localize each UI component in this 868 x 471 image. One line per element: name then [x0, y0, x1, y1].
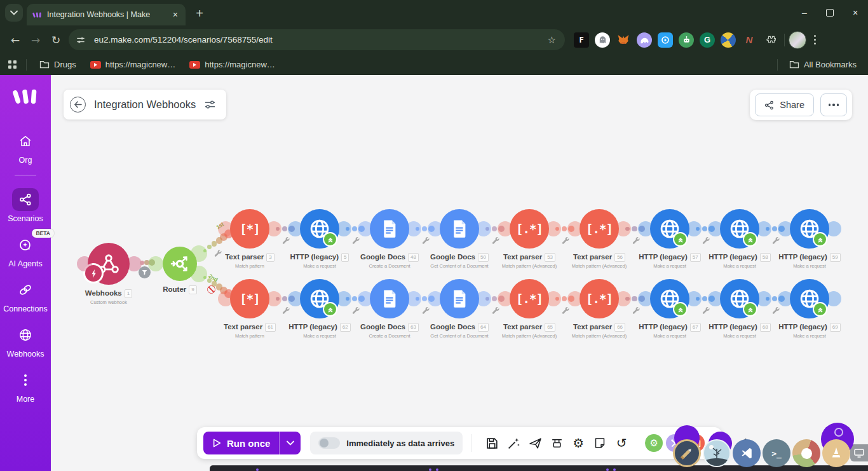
- forward-button[interactable]: →: [25, 30, 46, 50]
- textparser-module-circle[interactable]: [*]: [230, 279, 269, 318]
- module-google-docs-50[interactable]: Google Docs50Get Content of a Document: [424, 209, 494, 269]
- module-http-legacy-67[interactable]: HTTP (legacy)67Make a request: [635, 279, 705, 339]
- module-google-docs-63[interactable]: Google Docs63Create a Document: [355, 279, 424, 339]
- tab-search-button[interactable]: [5, 4, 23, 22]
- close-window-button[interactable]: ×: [843, 0, 868, 25]
- browser-tab[interactable]: Integration Webhooks | Make ×: [27, 4, 186, 25]
- filter-icon[interactable]: [139, 266, 151, 278]
- connector-tools-icon[interactable]: [352, 236, 360, 245]
- sphere-extension-icon[interactable]: [721, 32, 736, 48]
- reload-button[interactable]: ↻: [46, 30, 66, 50]
- connector-tools-icon[interactable]: [702, 236, 710, 245]
- browser-app-icon[interactable]: [792, 439, 820, 467]
- new-tab-button[interactable]: +: [191, 4, 208, 22]
- sidebar-item-webhooks[interactable]: Webhooks: [3, 324, 48, 358]
- connector-tools-icon[interactable]: [632, 306, 641, 315]
- gdocs-module-circle[interactable]: [370, 279, 409, 318]
- http-module-circle[interactable]: [650, 209, 689, 249]
- connector-tools-icon[interactable]: [422, 236, 430, 245]
- connector-tools-icon[interactable]: [702, 306, 710, 315]
- http-module-circle[interactable]: [720, 209, 759, 249]
- vlc-app-icon[interactable]: [822, 439, 850, 467]
- share-button[interactable]: Share: [755, 93, 814, 116]
- textparser-adv-module-circle[interactable]: [.*]: [580, 209, 619, 249]
- module-http-legacy-69[interactable]: HTTP (legacy)69Make a request: [775, 279, 844, 339]
- webhook-module-circle[interactable]: [88, 243, 130, 285]
- back-button[interactable]: ←: [5, 30, 25, 50]
- bot-extension-icon[interactable]: [679, 32, 694, 48]
- undo-button[interactable]: ↺: [611, 432, 632, 454]
- module-http-legacy-62[interactable]: HTTP (legacy)62Make a request: [285, 279, 355, 339]
- sidebar-item-org[interactable]: Org: [3, 130, 48, 165]
- module-http-legacy-59[interactable]: HTTP (legacy)59Make a request: [775, 209, 844, 269]
- connector-tools-icon[interactable]: [772, 306, 780, 315]
- settings-button[interactable]: ⚙: [567, 432, 589, 454]
- sidebar-item-scenarios[interactable]: Scenarios: [3, 188, 48, 223]
- http-module-circle[interactable]: [790, 279, 829, 318]
- profile-avatar[interactable]: [789, 31, 806, 49]
- http-module-circle[interactable]: [790, 209, 829, 249]
- module-http-legacy-5[interactable]: HTTP (legacy)5Make a request: [285, 209, 355, 269]
- scheduling-toggle[interactable]: [318, 437, 340, 449]
- gdocs-module-circle[interactable]: [370, 209, 409, 249]
- connector-tools-icon[interactable]: [562, 236, 570, 245]
- minimize-button[interactable]: –: [792, 0, 817, 25]
- connector-tools-icon[interactable]: [492, 236, 500, 245]
- textparser-adv-module-circle[interactable]: [.*]: [510, 209, 549, 249]
- metamask-extension-icon[interactable]: [616, 32, 631, 48]
- module-text-parser-3[interactable]: [*]Text parser3Match pattern: [215, 209, 285, 269]
- module-text-parser-66[interactable]: [.*]Text parser66Match pattern (Advanced…: [564, 279, 634, 339]
- module-http-legacy-68[interactable]: HTTP (legacy)68Make a request: [705, 279, 775, 339]
- browser-menu-icon[interactable]: [806, 35, 824, 44]
- module-text-parser-61[interactable]: [*]Text parser61Match pattern: [215, 279, 285, 339]
- puzzle-extension-icon[interactable]: [763, 32, 778, 48]
- module-text-parser-53[interactable]: [.*]Text parser53Match pattern (Advanced…: [494, 209, 564, 269]
- connector-tools-icon[interactable]: [422, 306, 430, 315]
- plane-button[interactable]: [524, 432, 546, 454]
- connector-tools-icon[interactable]: [352, 306, 360, 315]
- scenario-title[interactable]: Integration Webhooks: [94, 99, 196, 111]
- apps-grid-icon[interactable]: [8, 60, 17, 69]
- phantom-extension-icon[interactable]: [637, 32, 652, 48]
- http-module-circle[interactable]: [300, 279, 339, 318]
- vscode-app-icon[interactable]: [733, 439, 761, 467]
- http-module-circle[interactable]: [720, 279, 759, 318]
- module-text-parser-56[interactable]: [.*]Text parser56Match pattern (Advanced…: [564, 209, 634, 269]
- connector-tools-icon[interactable]: [562, 306, 570, 315]
- save-button[interactable]: [481, 432, 503, 454]
- textparser-adv-module-circle[interactable]: [.*]: [580, 279, 619, 318]
- letter-f-extension-icon[interactable]: F: [574, 32, 589, 48]
- n-logo-extension-icon[interactable]: N: [742, 32, 757, 48]
- bookmark-star-icon[interactable]: ☆: [543, 34, 561, 46]
- apps-shortcut-gear-icon[interactable]: ⚙: [645, 434, 663, 452]
- pencil-app-icon[interactable]: [673, 439, 701, 467]
- module-text-parser-65[interactable]: [.*]Text parser65Match pattern (Advanced…: [494, 279, 564, 339]
- address-bar[interactable]: eu2.make.com/512204/scenarios/7568755/ed…: [69, 29, 565, 50]
- all-bookmarks-button[interactable]: All Bookmarks: [785, 58, 860, 71]
- connector-tools-icon[interactable]: [772, 236, 780, 245]
- bookmark-folder-drugs[interactable]: Drugs: [36, 58, 80, 71]
- module-http-legacy-58[interactable]: HTTP (legacy)58Make a request: [705, 209, 775, 269]
- scenario-more-button[interactable]: [820, 93, 847, 116]
- sidebar-item-more[interactable]: More: [3, 369, 48, 404]
- notes-button[interactable]: [589, 432, 611, 454]
- connector-tools-icon[interactable]: [282, 306, 290, 315]
- window-switcher-icon[interactable]: [850, 444, 868, 461]
- http-module-circle[interactable]: [650, 279, 689, 318]
- run-options-chevron[interactable]: [279, 432, 301, 454]
- grammarly-extension-icon[interactable]: G: [700, 32, 715, 48]
- module-google-docs-48[interactable]: Google Docs48Create a Document: [355, 209, 424, 269]
- textparser-module-circle[interactable]: [*]: [230, 209, 269, 249]
- ai-wand-button[interactable]: [503, 432, 524, 454]
- http-module-circle[interactable]: [300, 209, 339, 249]
- url-text[interactable]: eu2.make.com/512204/scenarios/7568755/ed…: [94, 35, 543, 44]
- sidebar-item-ai-agents[interactable]: BETAAI Agents: [3, 233, 48, 268]
- connector-tools-icon[interactable]: [492, 306, 500, 315]
- auto-align-button[interactable]: [546, 432, 567, 454]
- module-google-docs-64[interactable]: Google Docs64Get Content of a Document: [424, 279, 494, 339]
- terminal-app-icon[interactable]: >_: [763, 439, 790, 467]
- back-to-scenarios-button[interactable]: [70, 97, 86, 113]
- connector-tools-icon[interactable]: [632, 236, 641, 245]
- sidebar-item-connections[interactable]: Connections: [3, 278, 48, 313]
- make-logo[interactable]: [12, 88, 39, 106]
